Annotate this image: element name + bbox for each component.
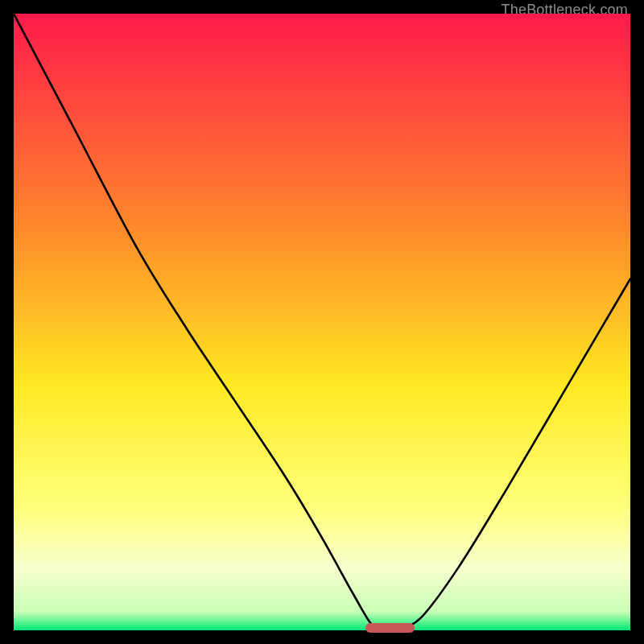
optimal-range-marker [365,623,415,633]
plot-area [14,14,630,630]
chart-frame: TheBottleneck.com [0,0,644,644]
bottleneck-curve [14,14,630,630]
